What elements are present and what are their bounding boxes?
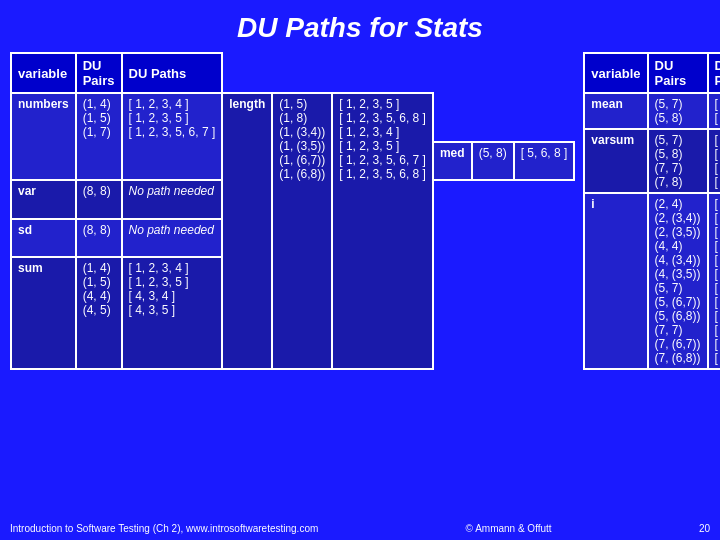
table-row: sd [11,219,76,257]
table-row: [ 5, 6, 8 ] [514,142,575,180]
table-row: (1, 4) (1, 5) (4, 4) (4, 5) [76,257,122,369]
right-table: variable DU Pairs DU Paths mean(5, 7) (5… [583,52,720,370]
table-row: var [11,180,76,218]
table-row: varsum [584,129,647,193]
table-row: No path needed [122,219,223,257]
table-row: (2, 4) (2, (3,4)) (2, (3,5)) (4, 4) (4, … [648,193,708,369]
right-header-du-pairs: DU Pairs [648,53,708,93]
table-row: [ 5, 6, 7 ] [ 5, 6, 8 ] [ 7, 6, 7 ] [ 7,… [708,129,720,193]
table-row: length [222,93,272,369]
table-row: [ 2, 3, 4 ] [ 2, 3, 4 ] [ 2, 3, 5 ] [ 4,… [708,193,720,369]
table-row: (5, 8) [472,142,514,180]
footer-right: © Ammann & Offutt [466,523,552,534]
left-header-du-paths: DU Paths [122,53,223,93]
right-header-du-paths: DU Paths [708,53,720,93]
footer-page: 20 [699,523,710,534]
table-row: [ 1, 2, 3, 5 ] [ 1, 2, 3, 5, 6, 8 ] [ 1,… [332,93,433,369]
table-row: numbers [11,93,76,180]
table-row: [ 1, 2, 3, 4 ] [ 1, 2, 3, 5 ] [ 1, 2, 3,… [122,93,223,180]
table-row: (5, 7) (5, 8) [648,93,708,129]
table-row: (1, 5) (1, 8) (1, (3,4)) (1, (3,5)) (1, … [272,93,332,369]
table-row: med [433,142,472,180]
left-header-du-pairs: DU Pairs [76,53,122,93]
table-row: (8, 8) [76,180,122,218]
table-row: [ 5, 6, 7 ] [ 5, 6, 8 ] [708,93,720,129]
table-row: [ 1, 2, 3, 4 ] [ 1, 2, 3, 5 ] [ 4, 3, 4 … [122,257,223,369]
table-row: (5, 7) (5, 8) (7, 7) (7, 8) [648,129,708,193]
footer-left: Introduction to Software Testing (Ch 2),… [10,523,318,534]
table-row: (1, 4) (1, 5) (1, 7) [76,93,122,180]
table-row: No path needed [122,180,223,218]
left-header-variable: variable [11,53,76,93]
page-title: DU Paths for Stats [0,0,720,52]
table-row: sum [11,257,76,369]
left-table: variable DU Pairs DU Paths numbers(1, 4)… [10,52,575,370]
table-row: (8, 8) [76,219,122,257]
footer: Introduction to Software Testing (Ch 2),… [10,523,710,534]
right-header-variable: variable [584,53,647,93]
table-row: i [584,193,647,369]
table-row: mean [584,93,647,129]
